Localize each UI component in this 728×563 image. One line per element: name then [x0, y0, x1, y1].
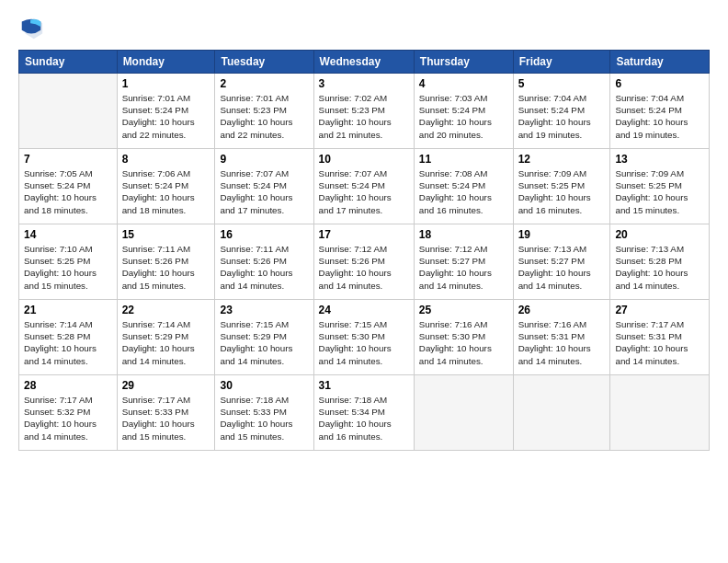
- day-number: 13: [615, 153, 704, 166]
- day-info: Sunrise: 7:09 AMSunset: 5:25 PMDaylight:…: [615, 167, 704, 216]
- day-number: 19: [518, 228, 606, 241]
- calendar-cell: [19, 74, 118, 149]
- day-number: 4: [419, 77, 508, 90]
- calendar-cell: 4Sunrise: 7:03 AMSunset: 5:24 PMDaylight…: [414, 74, 513, 149]
- logo: [18, 15, 48, 40]
- day-number: 2: [220, 77, 308, 90]
- calendar-cell: 22Sunrise: 7:14 AMSunset: 5:29 PMDayligh…: [117, 300, 215, 375]
- weekday-header-cell: Saturday: [610, 51, 710, 74]
- calendar-cell: [610, 375, 710, 451]
- day-info: Sunrise: 7:07 AMSunset: 5:24 PMDaylight:…: [319, 167, 409, 216]
- calendar-cell: 31Sunrise: 7:18 AMSunset: 5:34 PMDayligh…: [313, 375, 414, 451]
- week-row: 7Sunrise: 7:05 AMSunset: 5:24 PMDaylight…: [19, 149, 710, 224]
- day-number: 31: [319, 379, 409, 392]
- calendar-cell: 24Sunrise: 7:15 AMSunset: 5:30 PMDayligh…: [313, 300, 414, 375]
- calendar-cell: 18Sunrise: 7:12 AMSunset: 5:27 PMDayligh…: [414, 224, 513, 300]
- day-info: Sunrise: 7:08 AMSunset: 5:24 PMDaylight:…: [419, 167, 508, 216]
- calendar-cell: 11Sunrise: 7:08 AMSunset: 5:24 PMDayligh…: [414, 149, 513, 224]
- day-info: Sunrise: 7:01 AMSunset: 5:24 PMDaylight:…: [122, 92, 210, 141]
- day-info: Sunrise: 7:18 AMSunset: 5:34 PMDaylight:…: [319, 394, 409, 442]
- day-number: 11: [419, 153, 508, 166]
- calendar-cell: 1Sunrise: 7:01 AMSunset: 5:24 PMDaylight…: [117, 74, 215, 149]
- calendar-cell: 19Sunrise: 7:13 AMSunset: 5:27 PMDayligh…: [513, 224, 610, 300]
- day-number: 26: [518, 304, 606, 316]
- calendar-cell: 8Sunrise: 7:06 AMSunset: 5:24 PMDaylight…: [117, 149, 215, 224]
- weekday-header-row: SundayMondayTuesdayWednesdayThursdayFrid…: [19, 51, 710, 74]
- calendar-cell: 27Sunrise: 7:17 AMSunset: 5:31 PMDayligh…: [610, 300, 710, 375]
- day-info: Sunrise: 7:13 AMSunset: 5:27 PMDaylight:…: [518, 243, 606, 292]
- calendar-cell: 14Sunrise: 7:10 AMSunset: 5:25 PMDayligh…: [19, 224, 118, 300]
- day-info: Sunrise: 7:13 AMSunset: 5:28 PMDaylight:…: [615, 243, 704, 292]
- day-number: 14: [24, 228, 112, 241]
- calendar-cell: 2Sunrise: 7:01 AMSunset: 5:23 PMDaylight…: [215, 74, 313, 149]
- day-info: Sunrise: 7:14 AMSunset: 5:29 PMDaylight:…: [122, 318, 210, 367]
- calendar-header: SundayMondayTuesdayWednesdayThursdayFrid…: [19, 51, 710, 74]
- day-number: 15: [122, 228, 210, 241]
- day-number: 29: [122, 379, 210, 392]
- day-number: 3: [319, 77, 409, 90]
- calendar-cell: 26Sunrise: 7:16 AMSunset: 5:31 PMDayligh…: [513, 300, 610, 375]
- weekday-header-cell: Thursday: [414, 51, 513, 74]
- day-info: Sunrise: 7:02 AMSunset: 5:23 PMDaylight:…: [319, 92, 409, 141]
- day-info: Sunrise: 7:09 AMSunset: 5:25 PMDaylight:…: [518, 167, 606, 216]
- day-info: Sunrise: 7:06 AMSunset: 5:24 PMDaylight:…: [122, 167, 210, 216]
- calendar-body: 1Sunrise: 7:01 AMSunset: 5:24 PMDaylight…: [19, 74, 710, 451]
- day-number: 5: [518, 77, 606, 90]
- day-number: 17: [319, 228, 409, 241]
- day-info: Sunrise: 7:04 AMSunset: 5:24 PMDaylight:…: [518, 92, 606, 141]
- calendar-cell: 12Sunrise: 7:09 AMSunset: 5:25 PMDayligh…: [513, 149, 610, 224]
- day-info: Sunrise: 7:11 AMSunset: 5:26 PMDaylight:…: [122, 243, 210, 292]
- calendar-cell: 16Sunrise: 7:11 AMSunset: 5:26 PMDayligh…: [215, 224, 313, 300]
- day-number: 20: [615, 228, 704, 241]
- weekday-header-cell: Sunday: [19, 51, 118, 74]
- calendar-cell: 10Sunrise: 7:07 AMSunset: 5:24 PMDayligh…: [313, 149, 414, 224]
- header: [18, 15, 710, 40]
- day-number: 9: [220, 153, 308, 166]
- day-number: 18: [419, 228, 508, 241]
- calendar-cell: 25Sunrise: 7:16 AMSunset: 5:30 PMDayligh…: [414, 300, 513, 375]
- day-info: Sunrise: 7:17 AMSunset: 5:33 PMDaylight:…: [122, 394, 210, 442]
- day-info: Sunrise: 7:12 AMSunset: 5:27 PMDaylight:…: [419, 243, 508, 292]
- calendar-cell: 5Sunrise: 7:04 AMSunset: 5:24 PMDaylight…: [513, 74, 610, 149]
- day-number: 12: [518, 153, 606, 166]
- calendar-cell: 17Sunrise: 7:12 AMSunset: 5:26 PMDayligh…: [313, 224, 414, 300]
- day-info: Sunrise: 7:15 AMSunset: 5:30 PMDaylight:…: [319, 318, 409, 367]
- day-number: 30: [220, 379, 308, 392]
- day-info: Sunrise: 7:18 AMSunset: 5:33 PMDaylight:…: [220, 394, 308, 442]
- day-number: 21: [24, 304, 112, 316]
- calendar-cell: 15Sunrise: 7:11 AMSunset: 5:26 PMDayligh…: [117, 224, 215, 300]
- calendar-cell: 20Sunrise: 7:13 AMSunset: 5:28 PMDayligh…: [610, 224, 710, 300]
- calendar-cell: 29Sunrise: 7:17 AMSunset: 5:33 PMDayligh…: [117, 375, 215, 451]
- weekday-header-cell: Wednesday: [313, 51, 414, 74]
- calendar-cell: [414, 375, 513, 451]
- day-number: 23: [220, 304, 308, 316]
- week-row: 21Sunrise: 7:14 AMSunset: 5:28 PMDayligh…: [19, 300, 710, 375]
- day-info: Sunrise: 7:01 AMSunset: 5:23 PMDaylight:…: [220, 92, 308, 141]
- calendar: SundayMondayTuesdayWednesdayThursdayFrid…: [18, 50, 710, 451]
- day-info: Sunrise: 7:11 AMSunset: 5:26 PMDaylight:…: [220, 243, 308, 292]
- logo-icon: [18, 15, 44, 40]
- day-info: Sunrise: 7:16 AMSunset: 5:30 PMDaylight:…: [419, 318, 508, 367]
- weekday-header-cell: Tuesday: [215, 51, 313, 74]
- calendar-cell: 13Sunrise: 7:09 AMSunset: 5:25 PMDayligh…: [610, 149, 710, 224]
- page: SundayMondayTuesdayWednesdayThursdayFrid…: [0, 0, 728, 563]
- day-number: 16: [220, 228, 308, 241]
- day-info: Sunrise: 7:17 AMSunset: 5:31 PMDaylight:…: [615, 318, 704, 367]
- day-info: Sunrise: 7:03 AMSunset: 5:24 PMDaylight:…: [419, 92, 508, 141]
- day-number: 25: [419, 304, 508, 316]
- day-number: 1: [122, 77, 210, 90]
- day-number: 10: [319, 153, 409, 166]
- day-info: Sunrise: 7:07 AMSunset: 5:24 PMDaylight:…: [220, 167, 308, 216]
- calendar-cell: 21Sunrise: 7:14 AMSunset: 5:28 PMDayligh…: [19, 300, 118, 375]
- day-info: Sunrise: 7:16 AMSunset: 5:31 PMDaylight:…: [518, 318, 606, 367]
- calendar-cell: 3Sunrise: 7:02 AMSunset: 5:23 PMDaylight…: [313, 74, 414, 149]
- calendar-cell: 30Sunrise: 7:18 AMSunset: 5:33 PMDayligh…: [215, 375, 313, 451]
- day-info: Sunrise: 7:12 AMSunset: 5:26 PMDaylight:…: [319, 243, 409, 292]
- calendar-cell: 9Sunrise: 7:07 AMSunset: 5:24 PMDaylight…: [215, 149, 313, 224]
- day-info: Sunrise: 7:17 AMSunset: 5:32 PMDaylight:…: [24, 394, 112, 442]
- day-info: Sunrise: 7:05 AMSunset: 5:24 PMDaylight:…: [24, 167, 112, 216]
- weekday-header-cell: Friday: [513, 51, 610, 74]
- day-number: 27: [615, 304, 704, 316]
- calendar-cell: [513, 375, 610, 451]
- calendar-cell: 23Sunrise: 7:15 AMSunset: 5:29 PMDayligh…: [215, 300, 313, 375]
